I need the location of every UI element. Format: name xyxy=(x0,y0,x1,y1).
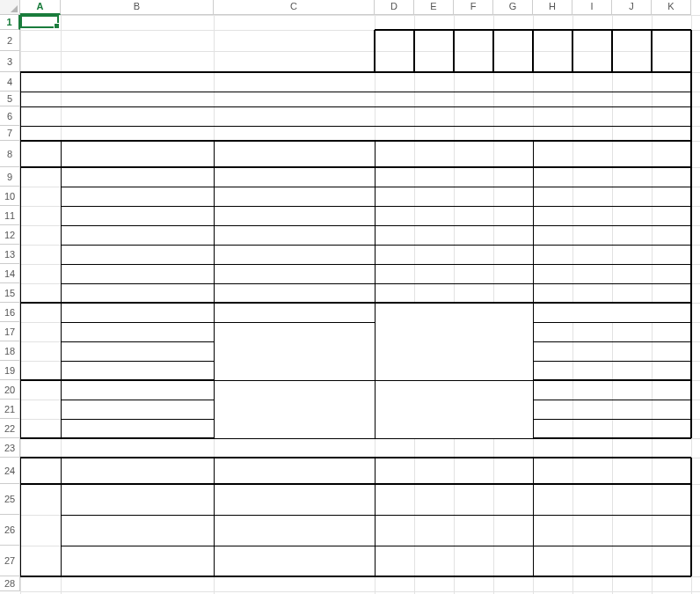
row-header-19[interactable]: 19 xyxy=(0,361,20,380)
col-header-G[interactable]: G xyxy=(493,0,533,15)
row-header-20[interactable]: 20 xyxy=(0,380,20,400)
grid-lines xyxy=(20,15,700,594)
row-header-18[interactable]: 18 xyxy=(0,341,20,361)
row-header-5[interactable]: 5 xyxy=(0,92,20,106)
row-header-12[interactable]: 12 xyxy=(0,225,20,245)
row-header-22[interactable]: 22 xyxy=(0,419,20,438)
col-header-F[interactable]: F xyxy=(454,0,493,15)
col-header-K[interactable]: K xyxy=(652,0,691,15)
col-header-J[interactable]: J xyxy=(612,0,652,15)
row-header-1[interactable]: 1 xyxy=(0,15,20,30)
col-header-E[interactable]: E xyxy=(414,0,454,15)
row-header-2[interactable]: 2 xyxy=(0,30,20,51)
row-header-15[interactable]: 15 xyxy=(0,283,20,303)
row-header-8[interactable]: 8 xyxy=(0,141,20,167)
row-header-26[interactable]: 26 xyxy=(0,515,20,546)
col-header-I[interactable]: I xyxy=(572,0,612,15)
row-headers: 1234567891011121314151617181920212223242… xyxy=(0,15,20,591)
row-header-28[interactable]: 28 xyxy=(0,576,20,591)
col-header-D[interactable]: D xyxy=(375,0,414,15)
row-header-7[interactable]: 7 xyxy=(0,126,20,141)
row-header-11[interactable]: 11 xyxy=(0,206,20,225)
row-header-16[interactable]: 16 xyxy=(0,303,20,322)
select-all-corner[interactable] xyxy=(0,0,20,15)
col-header-C[interactable]: C xyxy=(214,0,375,15)
column-headers: ABCDEFGHIJK xyxy=(0,0,691,15)
row-header-13[interactable]: 13 xyxy=(0,245,20,264)
row-header-9[interactable]: 9 xyxy=(0,167,20,187)
col-header-B[interactable]: B xyxy=(61,0,214,15)
row-header-4[interactable]: 4 xyxy=(0,72,20,92)
row-header-24[interactable]: 24 xyxy=(0,458,20,484)
row-header-17[interactable]: 17 xyxy=(0,322,20,341)
row-header-14[interactable]: 14 xyxy=(0,264,20,283)
row-header-6[interactable]: 6 xyxy=(0,106,20,126)
row-header-21[interactable]: 21 xyxy=(0,400,20,419)
col-header-A[interactable]: A xyxy=(20,0,61,15)
row-header-25[interactable]: 25 xyxy=(0,484,20,515)
row-header-10[interactable]: 10 xyxy=(0,187,20,206)
row-header-3[interactable]: 3 xyxy=(0,51,20,72)
row-header-23[interactable]: 23 xyxy=(0,438,20,458)
col-header-H[interactable]: H xyxy=(533,0,572,15)
row-header-27[interactable]: 27 xyxy=(0,546,20,576)
